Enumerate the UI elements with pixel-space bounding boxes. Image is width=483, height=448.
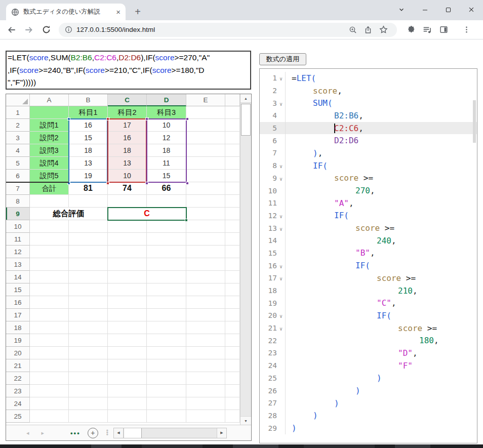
horizontal-scrollbar-thumb[interactable]	[124, 428, 142, 438]
scroll-right-arrow-icon[interactable]: ▶	[217, 428, 226, 438]
cell-F25[interactable]	[225, 410, 240, 423]
fold-chevron-icon[interactable]: ∨	[277, 100, 285, 107]
cell-B16[interactable]	[69, 296, 108, 309]
cell-B8[interactable]	[69, 195, 108, 208]
zoom-icon[interactable]	[345, 26, 360, 34]
code-text[interactable]: score >=	[285, 272, 477, 284]
formula-bar[interactable]: =LET(score,SUM(B2:B6,C2:C6,D2:D6),IF(sco…	[6, 51, 251, 90]
cell-A9-merged-grade-label[interactable]: 総合評価	[30, 208, 108, 220]
cell-C19[interactable]	[108, 334, 147, 347]
cell-C20[interactable]	[108, 347, 147, 359]
apply-formula-button[interactable]: 数式の適用	[259, 53, 306, 65]
forward-button[interactable]	[20, 25, 37, 34]
horizontal-scrollbar[interactable]: ◀ ▶	[113, 428, 227, 438]
tab-search-chevron-icon[interactable]	[390, 0, 413, 19]
cell-F17[interactable]	[225, 309, 240, 321]
col-header-D[interactable]: D	[147, 94, 186, 106]
cell-A13[interactable]	[30, 258, 69, 271]
cell-B13[interactable]	[69, 258, 108, 271]
code-text[interactable]: 270,	[285, 184, 477, 197]
cell-B22[interactable]	[69, 372, 108, 385]
cell-C1[interactable]: 科目2	[108, 106, 147, 119]
row-header-23[interactable]: 23	[6, 385, 30, 397]
row-header-24[interactable]: 24	[6, 397, 30, 410]
cell-B4[interactable]: 18	[69, 144, 108, 157]
cell-A25[interactable]	[30, 410, 69, 423]
scroll-up-arrow-icon[interactable]: ▲	[240, 94, 251, 103]
cell-D12[interactable]	[147, 246, 186, 258]
editor-line-10[interactable]: 10270,	[260, 184, 477, 197]
cell-D22[interactable]	[147, 372, 186, 385]
site-info-icon[interactable]	[65, 26, 72, 33]
cell-F4[interactable]	[225, 144, 240, 157]
vertical-scrollbar-thumb[interactable]	[241, 104, 251, 136]
cell-E20[interactable]	[186, 347, 225, 359]
cell-D19[interactable]	[147, 334, 186, 347]
cell-E12[interactable]	[186, 246, 225, 258]
scroll-down-arrow-icon[interactable]: ▼	[240, 416, 251, 425]
cell-B25[interactable]	[69, 410, 108, 423]
editor-line-29[interactable]: 29)	[260, 422, 477, 434]
row-header-1[interactable]: 1	[6, 106, 30, 119]
browser-menu-dots-icon[interactable]	[459, 26, 474, 33]
cell-F11[interactable]	[225, 233, 240, 246]
col-header-C[interactable]: C	[108, 94, 147, 106]
cell-D21[interactable]	[147, 359, 186, 372]
editor-scrollbar-thumb[interactable]	[473, 100, 476, 143]
col-header-B[interactable]: B	[69, 94, 108, 106]
cell-B20[interactable]	[69, 347, 108, 359]
cell-C10[interactable]	[108, 220, 147, 233]
cell-A15[interactable]	[30, 283, 69, 296]
cell-E1[interactable]	[186, 106, 225, 119]
editor-line-13[interactable]: 13∨score >=	[260, 222, 477, 234]
cell-A21[interactable]	[30, 359, 69, 372]
cell-E19[interactable]	[186, 334, 225, 347]
cell-C7[interactable]: 74	[108, 182, 147, 195]
cell-D7[interactable]: 66	[147, 182, 186, 195]
cell-B11[interactable]	[69, 233, 108, 246]
cell-E5[interactable]	[186, 157, 225, 170]
cell-E18[interactable]	[186, 321, 225, 334]
fold-chevron-icon[interactable]: ∨	[277, 212, 285, 219]
code-text[interactable]: 210,	[285, 284, 477, 297]
cell-D17[interactable]	[147, 309, 186, 321]
cell-B24[interactable]	[69, 397, 108, 410]
col-header-partial[interactable]	[225, 94, 240, 106]
row-header-20[interactable]: 20	[6, 347, 30, 359]
cell-E15[interactable]	[186, 283, 225, 296]
editor-line-6[interactable]: 6D2:D6	[260, 134, 477, 147]
cell-C6[interactable]: 10	[108, 170, 147, 182]
editor-line-7[interactable]: 7),	[260, 147, 477, 159]
media-playlist-icon[interactable]	[419, 25, 435, 34]
code-text[interactable]: C2:C6,	[285, 122, 477, 135]
cell-E6[interactable]	[186, 170, 225, 182]
cell-F10[interactable]	[225, 220, 240, 233]
cell-C9-merged-grade-value[interactable]: C	[108, 208, 186, 220]
cell-C18[interactable]	[108, 321, 147, 334]
cell-F15[interactable]	[225, 283, 240, 296]
close-button[interactable]	[460, 0, 483, 19]
tab-close-icon[interactable]: ×	[116, 8, 120, 16]
cell-B21[interactable]	[69, 359, 108, 372]
editor-line-15[interactable]: 15"B",	[260, 247, 477, 260]
cell-F9[interactable]	[225, 208, 240, 220]
fold-chevron-icon[interactable]: ∨	[277, 225, 285, 232]
cell-E4[interactable]	[186, 144, 225, 157]
code-text[interactable]: )	[285, 397, 477, 410]
cell-C23[interactable]	[108, 385, 147, 397]
row-header-14[interactable]: 14	[6, 271, 30, 283]
editor-line-26[interactable]: 26)	[260, 384, 477, 397]
cell-C21[interactable]	[108, 359, 147, 372]
cell-D14[interactable]	[147, 271, 186, 283]
cell-C17[interactable]	[108, 309, 147, 321]
cell-B15[interactable]	[69, 283, 108, 296]
cell-E17[interactable]	[186, 309, 225, 321]
cell-C16[interactable]	[108, 296, 147, 309]
sheet-prev-arrow-icon[interactable]: ◂	[26, 430, 29, 436]
cell-D15[interactable]	[147, 283, 186, 296]
cell-A7[interactable]: 合計	[30, 182, 69, 195]
code-text[interactable]: B2:B6,	[285, 109, 477, 122]
cell-A8[interactable]	[30, 195, 69, 208]
code-text[interactable]: 240,	[285, 234, 477, 247]
row-header-16[interactable]: 16	[6, 296, 30, 309]
